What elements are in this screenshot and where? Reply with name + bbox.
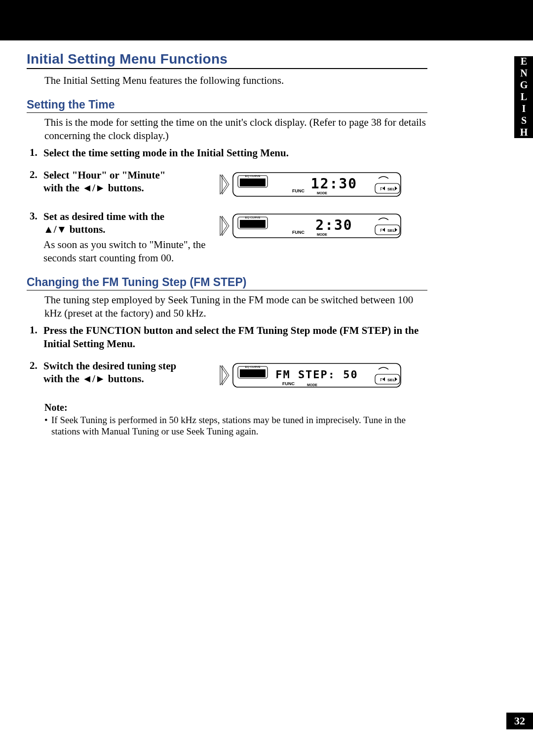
page-content: Initial Setting Menu Functions The Initi… <box>27 47 427 437</box>
svg-text:SEL: SEL <box>387 378 395 382</box>
note-text: If Seek Tuning is performed in 50 kHz st… <box>51 414 427 438</box>
time-step-2-line2: with the ◄/► buttons. <box>43 181 206 195</box>
section-intro: The Initial Setting Menu features the fo… <box>44 74 427 87</box>
time-step-2-line1: Select "Hour" or "Minute" <box>43 169 206 182</box>
step-number: 1. <box>27 146 43 159</box>
note-bullet: • If Seek Tuning is performed in 50 kHz … <box>44 414 427 438</box>
section-heading-initial-setting: Initial Setting Menu Functions <box>27 51 427 69</box>
fmstep-step-2-line1: Switch the desired tuning step <box>43 360 206 373</box>
page-number: 32 <box>514 715 525 727</box>
lcd-readout-2: 2:30 <box>315 217 352 233</box>
note-heading: Note: <box>44 402 427 413</box>
svg-text:FUNC: FUNC <box>282 381 295 386</box>
lcd-readout-1: 12:30 <box>311 176 357 192</box>
svg-marker-32 <box>382 377 385 381</box>
svg-rect-4 <box>240 179 266 186</box>
time-step-3-line1: Set as desired time with the <box>43 210 206 223</box>
time-step-3-line2: ▲/▼ buttons. <box>43 223 206 236</box>
time-step-3-sub: As soon as you switch to "Minute", the s… <box>43 238 206 265</box>
f-label: F <box>380 186 383 191</box>
svg-text:SEL: SEL <box>387 228 395 233</box>
page-number-tab: 32 <box>506 713 533 729</box>
svg-marker-0 <box>220 175 227 194</box>
header-black-bar <box>0 0 533 40</box>
fmstep-step-1: Press the FUNCTION button and select the… <box>43 324 427 351</box>
svg-rect-12 <box>240 220 266 228</box>
svg-marker-9 <box>222 216 229 236</box>
step-number: 1. <box>27 324 43 336</box>
svg-text:EQ CURVE: EQ CURVE <box>245 365 260 368</box>
svg-marker-20 <box>395 228 397 232</box>
svg-text:EQ CURVE: EQ CURVE <box>245 216 260 219</box>
svg-text:F: F <box>380 228 383 233</box>
subsection-heading-fmstep: Changing the FM Tuning Step (FM STEP) <box>27 276 427 290</box>
svg-marker-6 <box>382 186 385 190</box>
step-number: 2. <box>27 169 43 181</box>
time-intro: This is the mode for setting the time on… <box>44 116 427 143</box>
lcd-svg-2: EQ CURVE FUNC MODE 2:30 F SEL <box>218 211 406 241</box>
svg-text:MODE: MODE <box>317 233 327 236</box>
time-step-1: Select the time setting mode in the Init… <box>43 146 427 160</box>
svg-marker-21 <box>220 365 227 385</box>
svg-text:MODE: MODE <box>307 383 317 387</box>
lcd-readout-3: FM STEP: 50 <box>275 368 358 381</box>
fmstep-intro: The tuning step employed by Seek Tuning … <box>44 293 427 320</box>
svg-marker-19 <box>382 228 385 232</box>
lcd-svg-1: EQ CURVE FUNC MODE 12:30 F SEL <box>218 170 406 199</box>
lcd-figure-2: EQ CURVE FUNC MODE 2:30 F SEL <box>218 210 427 243</box>
fmstep-steps: 1. Press the FUNCTION button and select … <box>27 324 427 392</box>
svg-marker-22 <box>222 365 229 385</box>
eq-curve-label: EQ CURVE <box>245 175 260 178</box>
bullet-dot: • <box>44 414 51 438</box>
svg-text:FUNC: FUNC <box>292 230 305 235</box>
lcd-figure-3: EQ CURVE FUNC MODE FM STEP: 50 F SEL <box>218 360 427 392</box>
fmstep-step-2-line2: with the ◄/► buttons. <box>43 372 206 386</box>
mode-label: MODE <box>317 191 327 195</box>
svg-marker-1 <box>222 175 229 194</box>
language-tab-label: ENGLISH <box>518 56 530 139</box>
lcd-svg-3: EQ CURVE FUNC MODE FM STEP: 50 F SEL <box>218 360 406 390</box>
step-number: 2. <box>27 360 43 372</box>
svg-marker-7 <box>395 186 397 190</box>
language-tab: ENGLISH <box>514 56 533 138</box>
svg-rect-25 <box>240 369 266 377</box>
func-label: FUNC <box>292 188 305 193</box>
lcd-figure-1: EQ CURVE FUNC MODE 12:30 F SEL <box>218 169 427 201</box>
time-steps: 1. Select the time setting mode in the I… <box>27 146 427 265</box>
svg-marker-33 <box>395 377 397 381</box>
sel-label: SEL <box>387 187 395 191</box>
step-number: 3. <box>27 210 43 222</box>
svg-marker-8 <box>220 216 227 236</box>
svg-text:F: F <box>380 377 383 382</box>
subsection-heading-time: Setting the Time <box>27 98 427 113</box>
